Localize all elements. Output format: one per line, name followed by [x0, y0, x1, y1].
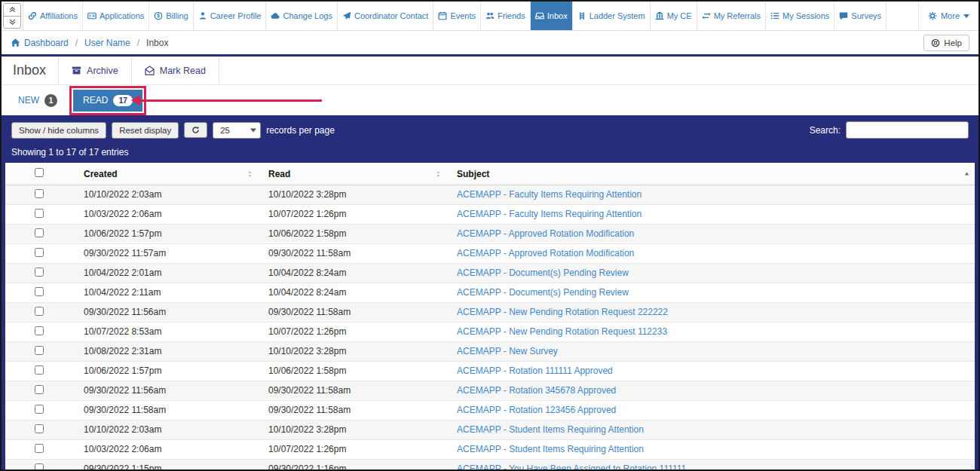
subject-cell: ACEMAPP - Rotation 345678 Approved [446, 381, 975, 401]
nav-item-events[interactable]: Events [433, 2, 481, 30]
archive-button[interactable]: Archive [58, 57, 132, 84]
row-select-cell [5, 381, 73, 401]
subject-link[interactable]: ACEMAPP - You Have Been Assigned to Rota… [457, 463, 686, 469]
subject-link[interactable]: ACEMAPP - Approved Rotation Modification [457, 248, 634, 258]
row-checkbox[interactable] [35, 228, 44, 237]
read-cell: 10/04/2022 8:24am [258, 264, 446, 283]
subject-link[interactable]: ACEMAPP - New Survey [457, 346, 558, 356]
refresh-button[interactable] [184, 122, 207, 138]
subject-link[interactable]: ACEMAPP - Student Items Requiring Attent… [457, 424, 644, 435]
nav-item-change-logs[interactable]: Change Logs [266, 2, 337, 30]
help-button[interactable]: Help [923, 35, 969, 51]
row-checkbox[interactable] [35, 444, 44, 453]
column-header-read[interactable]: Read [258, 163, 446, 185]
row-checkbox[interactable] [35, 209, 44, 218]
nav-item-surveys[interactable]: Surveys [835, 2, 887, 30]
new-count-badge: 1 [44, 94, 57, 107]
records-per-page-label: records per page [266, 125, 335, 136]
row-select-cell [5, 185, 73, 205]
nav-item-applications[interactable]: Applications [83, 2, 149, 30]
subject-link[interactable]: ACEMAPP - Rotation 345678 Approved [457, 385, 616, 396]
breadcrumb-user-name[interactable]: User Name [84, 38, 130, 48]
subject-link[interactable]: ACEMAPP - Rotation 111111 Approved [457, 365, 613, 376]
nav-item-ladder-system[interactable]: Ladder System [573, 2, 651, 30]
nav-item-career-profile[interactable]: Career Profile [194, 2, 267, 30]
row-checkbox[interactable] [35, 248, 44, 257]
row-checkbox[interactable] [35, 346, 44, 355]
nav-item-label: My Sessions [782, 11, 829, 20]
tab-new[interactable]: NEW 1 [18, 94, 57, 107]
subject-link[interactable]: ACEMAPP - Faculty Items Requiring Attent… [457, 209, 642, 219]
row-checkbox[interactable] [35, 405, 44, 414]
row-checkbox[interactable] [35, 385, 44, 394]
row-checkbox[interactable] [35, 365, 44, 375]
help-icon [931, 38, 940, 47]
row-checkbox[interactable] [35, 287, 44, 296]
row-checkbox[interactable] [35, 424, 44, 433]
nav-item-my-referrals[interactable]: My Referrals [697, 2, 766, 30]
sort-ascending-icon [963, 169, 971, 179]
nav-tabs: AffiliationsApplications$BillingCareer P… [23, 2, 918, 30]
subject-cell: ACEMAPP - Faculty Items Requiring Attent… [446, 205, 975, 225]
subject-link[interactable]: ACEMAPP - Document(s) Pending Review [457, 287, 629, 298]
read-cell: 10/06/2022 1:58pm [258, 362, 446, 381]
subject-link[interactable]: ACEMAPP - New Pending Rotation Request 1… [457, 326, 667, 337]
reset-display-button[interactable]: Reset display [112, 122, 179, 139]
read-cell: 09/30/2022 1:16pm [258, 460, 446, 470]
mark-read-button[interactable]: Mark Read [132, 57, 219, 84]
select-all-checkbox[interactable] [35, 168, 44, 177]
subject-cell: ACEMAPP - Approved Rotation Modification [446, 244, 975, 264]
subject-link[interactable]: ACEMAPP - Faculty Items Requiring Attent… [457, 189, 642, 200]
nav-item-inbox[interactable]: Inbox [531, 2, 573, 30]
subject-link[interactable]: ACEMAPP - Document(s) Pending Review [457, 268, 629, 278]
search-zone: Search: [810, 121, 969, 139]
subject-link[interactable]: ACEMAPP - Student Items Requiring Attent… [457, 444, 644, 454]
inbox-icon [535, 11, 544, 20]
chevrons-down-icon[interactable] [4, 17, 20, 29]
row-checkbox[interactable] [35, 463, 44, 469]
row-checkbox[interactable] [35, 268, 44, 277]
row-select-cell [5, 303, 73, 323]
nav-item-more[interactable]: More [918, 2, 978, 30]
show-hide-columns-button[interactable]: Show / hide columns [11, 122, 106, 139]
sort-both-icon [434, 169, 443, 179]
tab-read[interactable]: READ 17 [73, 90, 142, 112]
showing-entries-text: Showing 1 to 17 of 17 entries [5, 139, 975, 163]
breadcrumb-separator: / [137, 38, 139, 48]
inbox-filter-tabs: NEW 1 READ 17 [2, 85, 978, 115]
subject-link[interactable]: ACEMAPP - Approved Rotation Modification [457, 228, 634, 239]
chevrons-up-icon[interactable] [4, 4, 20, 17]
subject-link[interactable]: ACEMAPP - New Pending Rotation Request 2… [457, 307, 668, 317]
table-header-row: Created Read Subject [5, 163, 975, 185]
row-checkbox[interactable] [35, 189, 44, 198]
read-cell: 09/30/2022 11:58am [258, 401, 446, 421]
breadcrumb-dashboard[interactable]: Dashboard [11, 38, 69, 48]
column-header-created[interactable]: Created [73, 163, 258, 185]
nav-item-coordinator-contact[interactable]: Coordinator Contact [338, 2, 433, 30]
svg-text:$: $ [157, 13, 160, 19]
row-checkbox[interactable] [35, 326, 44, 335]
nav-item-my-sessions[interactable]: My Sessions [766, 2, 835, 30]
nav-item-friends[interactable]: Friends [481, 2, 531, 30]
page-size-select-box: 25 [213, 122, 261, 139]
created-cell: 09/30/2022 11:56am [73, 381, 258, 401]
row-select-cell [5, 244, 73, 264]
page-size-select[interactable]: 25 [213, 122, 261, 139]
subject-cell: ACEMAPP - Document(s) Pending Review [446, 264, 975, 283]
search-input[interactable] [846, 121, 969, 139]
subject-link[interactable]: ACEMAPP - Rotation 123456 Approved [457, 405, 616, 415]
created-cell: 10/10/2022 2:03am [73, 421, 258, 440]
nav-item-label: Applications [100, 11, 144, 20]
row-checkbox[interactable] [35, 307, 44, 316]
breadcrumb: Dashboard / User Name / Inbox Help [2, 31, 978, 54]
nav-item-affiliations[interactable]: Affiliations [23, 2, 83, 30]
column-header-subject[interactable]: Subject [446, 163, 975, 185]
table-row: 09/30/2022 11:58am09/30/2022 11:58amACEM… [5, 401, 975, 421]
nav-item-billing[interactable]: $Billing [149, 2, 193, 30]
subject-cell: ACEMAPP - Faculty Items Requiring Attent… [446, 185, 975, 205]
nav-item-my-ce[interactable]: My CE [651, 2, 697, 30]
page-title: Inbox [2, 57, 58, 84]
row-select-cell [5, 225, 73, 244]
read-cell: 10/04/2022 8:24am [258, 283, 446, 303]
home-icon [11, 38, 20, 47]
